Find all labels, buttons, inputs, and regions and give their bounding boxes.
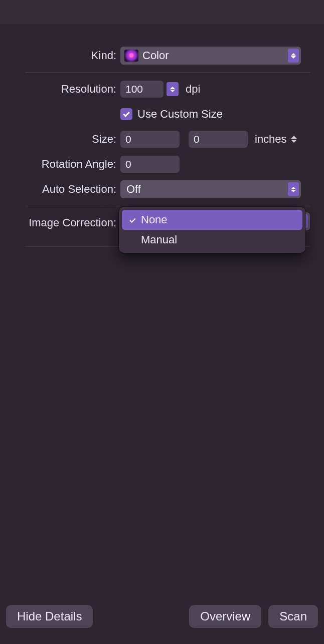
use-custom-size-checkbox[interactable] bbox=[120, 108, 132, 120]
label-resolution: Resolution: bbox=[5, 83, 120, 96]
scan-label: Scan bbox=[279, 609, 307, 623]
image-correction-popup: None Manual bbox=[119, 207, 305, 253]
row-auto-selection: Auto Selection: Off bbox=[5, 177, 324, 202]
size-unit: inches bbox=[255, 133, 287, 146]
hide-details-button[interactable]: Hide Details bbox=[6, 605, 93, 628]
updown-icon bbox=[288, 49, 299, 63]
rotation-value: 0 bbox=[125, 158, 131, 170]
row-resolution: Resolution: 100 dpi bbox=[5, 77, 324, 102]
checkmark-icon bbox=[127, 218, 138, 221]
auto-selection-dropdown[interactable]: Off bbox=[120, 180, 301, 198]
divider bbox=[25, 206, 310, 206]
size-width-input[interactable]: 0 bbox=[120, 131, 180, 148]
hide-details-label: Hide Details bbox=[17, 609, 82, 623]
label-kind: Kind: bbox=[5, 49, 120, 62]
popup-option-label: Manual bbox=[141, 233, 177, 246]
label-size: Size: bbox=[5, 133, 120, 146]
kind-dropdown[interactable]: Color bbox=[120, 47, 301, 65]
use-custom-size-label: Use Custom Size bbox=[137, 108, 223, 121]
label-image-correction: Image Correction: bbox=[5, 216, 120, 229]
label-auto-selection: Auto Selection: bbox=[5, 183, 120, 196]
checkmark-icon bbox=[123, 110, 129, 117]
size-height-value: 0 bbox=[194, 133, 200, 145]
chevron-down-icon bbox=[291, 140, 297, 143]
scan-button[interactable]: Scan bbox=[268, 605, 318, 628]
row-kind: Kind: Color bbox=[5, 43, 324, 68]
footer: Hide Details Overview Scan bbox=[0, 596, 324, 644]
chevron-down-icon bbox=[170, 90, 175, 92]
updown-icon bbox=[288, 182, 299, 196]
resolution-unit: dpi bbox=[186, 83, 200, 96]
size-unit-stepper[interactable] bbox=[291, 136, 297, 143]
popup-option-label: None bbox=[141, 213, 168, 226]
rotation-input[interactable]: 0 bbox=[120, 156, 180, 173]
resolution-stepper[interactable] bbox=[167, 82, 179, 96]
popup-option-none[interactable]: None bbox=[122, 210, 302, 230]
color-swatch-icon bbox=[124, 50, 138, 62]
chevron-up-icon bbox=[291, 136, 297, 139]
chevron-up-icon bbox=[170, 87, 175, 89]
popup-option-manual[interactable]: Manual bbox=[122, 230, 302, 250]
row-rotation: Rotation Angle: 0 bbox=[5, 152, 324, 177]
resolution-input[interactable]: 100 bbox=[120, 81, 164, 98]
resolution-value: 100 bbox=[125, 83, 143, 95]
size-width-value: 0 bbox=[125, 133, 131, 145]
row-custom-size: Use Custom Size bbox=[5, 102, 324, 127]
scan-settings-panel: Kind: Color Resolution: 100 dpi Use Cust… bbox=[5, 29, 324, 596]
auto-selection-value: Off bbox=[124, 183, 141, 196]
label-rotation: Rotation Angle: bbox=[5, 158, 120, 171]
size-height-input[interactable]: 0 bbox=[189, 131, 248, 148]
overview-button[interactable]: Overview bbox=[189, 605, 261, 628]
kind-value: Color bbox=[142, 49, 169, 62]
window-titlebar bbox=[0, 0, 324, 25]
divider bbox=[25, 72, 310, 73]
overview-label: Overview bbox=[200, 609, 250, 623]
row-size: Size: 0 0 inches bbox=[5, 127, 324, 152]
